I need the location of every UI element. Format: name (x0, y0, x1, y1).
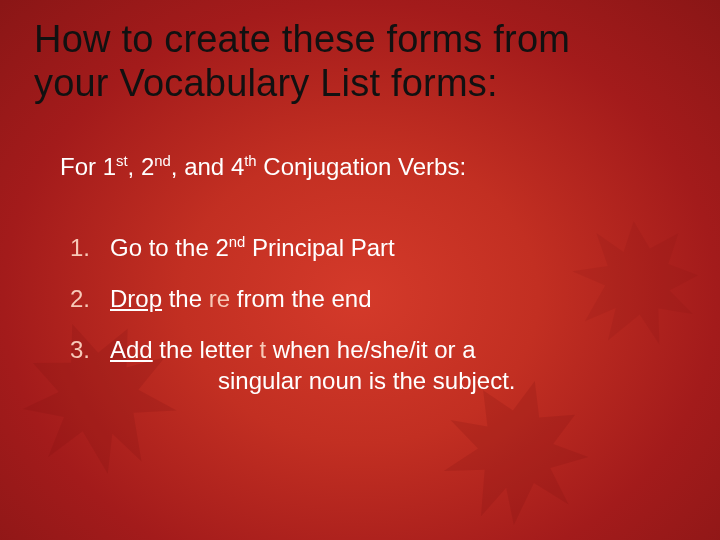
list-item: 1. Go to the 2nd Principal Part (70, 233, 686, 264)
item-number: 2. (70, 284, 110, 315)
steps-list: 1. Go to the 2nd Principal Part 2. Drop … (70, 233, 686, 396)
title-line-1: How to create these forms from (34, 18, 570, 60)
item-text: Drop the re from the end (110, 284, 686, 315)
list-item: 3. Add the letter t when he/she/it or a … (70, 335, 686, 396)
title-line-2: your Vocabulary List forms: (34, 62, 498, 104)
list-item: 2. Drop the re from the end (70, 284, 686, 315)
subheading: For 1st, 2nd, and 4th Conjugation Verbs: (60, 153, 686, 181)
item-number: 1. (70, 233, 110, 264)
slide-title: How to create these forms from your Voca… (34, 18, 686, 105)
item-text: Go to the 2nd Principal Part (110, 233, 686, 264)
item-text: Add the letter t when he/she/it or a sin… (110, 335, 686, 396)
item-number: 3. (70, 335, 110, 366)
slide: How to create these forms from your Voca… (0, 0, 720, 540)
